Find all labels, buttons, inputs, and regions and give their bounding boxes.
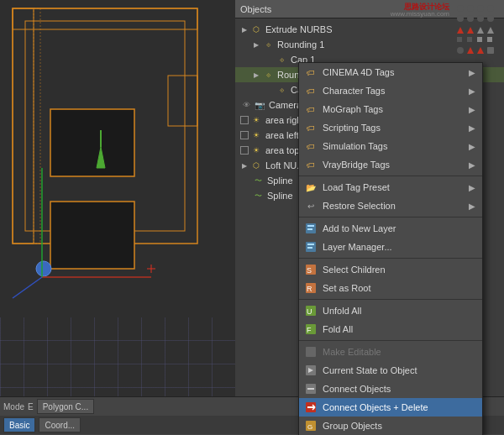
svg-point-20 bbox=[457, 15, 464, 22]
menu-label: Character Tags bbox=[323, 86, 385, 96]
object-manager-title: Objects bbox=[240, 4, 271, 14]
restore-icon: ↩ bbox=[304, 199, 318, 212]
menu-item-simulation-tags[interactable]: 🏷 Simulation Tags ▶ bbox=[299, 137, 482, 155]
tag-icon: 🏷 bbox=[304, 158, 318, 171]
polygon-btn[interactable]: Polygon C... bbox=[37, 399, 94, 414]
nurbs-icon: ⬡ bbox=[250, 24, 262, 35]
svg-rect-31 bbox=[487, 37, 492, 42]
load-icon: 📂 bbox=[304, 181, 318, 194]
tree-label: Spline bbox=[267, 176, 293, 186]
svg-rect-35 bbox=[487, 47, 494, 54]
menu-item-current-state[interactable]: Current State to Object bbox=[299, 361, 482, 380]
separator-1 bbox=[299, 176, 482, 176]
state-icon bbox=[304, 364, 318, 377]
checkbox-icon bbox=[240, 131, 249, 139]
menu-item-add-layer[interactable]: Add to New Layer bbox=[299, 219, 482, 238]
coord-btn[interactable]: Coord... bbox=[39, 417, 81, 432]
separator-4 bbox=[299, 299, 482, 300]
layer-icon bbox=[304, 222, 318, 235]
cap-icon: ⟐ bbox=[276, 54, 287, 66]
svg-point-22 bbox=[477, 15, 484, 22]
menu-item-layer-manager[interactable]: Layer Manager... bbox=[299, 238, 482, 256]
select-icon: S bbox=[304, 263, 318, 276]
menu-item-unfold-all[interactable]: U Unfold All bbox=[299, 301, 482, 320]
tag-icon: 🏷 bbox=[304, 66, 318, 79]
menu-item-group-objects[interactable]: G Group Objects bbox=[299, 417, 482, 435]
submenu-arrow: ▶ bbox=[469, 123, 475, 133]
svg-rect-3 bbox=[34, 8, 40, 244]
menu-item-set-as-root[interactable]: R Set as Root bbox=[299, 279, 482, 297]
svg-text:R: R bbox=[307, 285, 312, 293]
svg-point-18 bbox=[477, 5, 484, 12]
menu-label: Scripting Tags bbox=[323, 123, 381, 133]
svg-rect-37 bbox=[307, 225, 314, 227]
menu-item-connect-delete[interactable]: Connect Objects + Delete bbox=[299, 398, 482, 417]
menu-label: VrayBridge Tags bbox=[323, 160, 390, 170]
menu-label: MoGraph Tags bbox=[323, 104, 383, 114]
svg-point-32 bbox=[457, 47, 464, 54]
light-icon: ☀ bbox=[250, 129, 262, 141]
menu-item-restore-selection[interactable]: ↩ Restore Selection ▶ bbox=[299, 197, 482, 215]
menu-item-mograph-tags[interactable]: 🏷 MoGraph Tags ▶ bbox=[299, 100, 482, 118]
menu-label: Set as Root bbox=[323, 283, 370, 293]
svg-marker-26 bbox=[477, 27, 484, 34]
tree-label: Spline bbox=[267, 191, 293, 201]
context-menu: 🏷 CINEMA 4D Tags ▶ 🏷 Character Tags ▶ 🏷 … bbox=[298, 62, 483, 435]
tree-arrow: ▶ bbox=[252, 71, 260, 79]
menu-label: Unfold All bbox=[323, 306, 361, 316]
loft-icon: ⬡ bbox=[250, 160, 262, 171]
basic-btn[interactable]: Basic bbox=[3, 417, 35, 432]
svg-rect-50 bbox=[306, 347, 316, 357]
svg-point-21 bbox=[467, 15, 474, 22]
light-icon: ☀ bbox=[250, 114, 262, 126]
tree-label: Extrude NURBS bbox=[265, 24, 332, 34]
menu-item-select-children[interactable]: S Select Children bbox=[299, 260, 482, 279]
svg-text:G: G bbox=[307, 423, 312, 431]
svg-point-17 bbox=[467, 5, 474, 12]
spline-icon: 〜 bbox=[252, 175, 264, 186]
root-icon: R bbox=[304, 281, 318, 295]
editable-icon bbox=[304, 345, 318, 359]
svg-rect-41 bbox=[307, 247, 312, 249]
connect-delete-icon bbox=[304, 401, 318, 414]
tree-label: Rounding 1 bbox=[277, 39, 324, 50]
svg-marker-34 bbox=[477, 47, 484, 54]
menu-item-connect-objects[interactable]: Connect Objects bbox=[299, 380, 482, 398]
svg-marker-24 bbox=[457, 27, 464, 34]
menu-item-load-tag-preset[interactable]: 📂 Load Tag Preset ▶ bbox=[299, 178, 482, 197]
svg-rect-29 bbox=[467, 37, 472, 42]
deformer-icon: ⟐ bbox=[262, 69, 274, 81]
svg-marker-25 bbox=[467, 27, 474, 34]
tree-arrow: ▶ bbox=[240, 25, 249, 34]
svg-rect-30 bbox=[477, 37, 482, 42]
tag-icon: 🏷 bbox=[304, 102, 318, 116]
menu-label: Fold All bbox=[323, 324, 353, 334]
unfold-icon: U bbox=[304, 304, 318, 317]
menu-item-make-editable: Make Editable bbox=[299, 343, 482, 361]
menu-item-fold-all[interactable]: F Fold All bbox=[299, 320, 482, 338]
svg-rect-6 bbox=[50, 202, 134, 269]
cap-icon: ⟐ bbox=[276, 84, 287, 96]
camera-icon: 📷 bbox=[254, 99, 265, 111]
viewport-lines bbox=[0, 0, 235, 319]
submenu-arrow: ▶ bbox=[469, 160, 475, 170]
svg-point-23 bbox=[487, 15, 494, 22]
watermark-2: www.missyuan.com bbox=[391, 10, 449, 18]
svg-marker-33 bbox=[467, 47, 474, 54]
svg-rect-40 bbox=[307, 244, 314, 245]
separator-5 bbox=[299, 340, 482, 341]
menu-label: Connect Objects + Delete bbox=[323, 402, 428, 412]
menu-item-scripting-tags[interactable]: 🏷 Scripting Tags ▶ bbox=[299, 118, 482, 137]
menu-item-character-tags[interactable]: 🏷 Character Tags ▶ bbox=[299, 81, 482, 100]
edit-label: E bbox=[28, 402, 34, 411]
submenu-arrow: ▶ bbox=[469, 86, 475, 96]
menu-item-vraybridge-tags[interactable]: 🏷 VrayBridge Tags ▶ bbox=[299, 155, 482, 174]
mode-label: Mode bbox=[3, 402, 24, 411]
menu-item-cinema4d-tags[interactable]: 🏷 CINEMA 4D Tags ▶ bbox=[299, 63, 482, 81]
submenu-arrow: ▶ bbox=[469, 202, 475, 211]
menu-label: Restore Selection bbox=[323, 201, 396, 211]
svg-rect-2 bbox=[13, 8, 34, 244]
menu-label: Current State to Object bbox=[323, 365, 417, 375]
menu-label: Load Tag Preset bbox=[323, 182, 390, 192]
checkbox-icon bbox=[240, 146, 249, 155]
